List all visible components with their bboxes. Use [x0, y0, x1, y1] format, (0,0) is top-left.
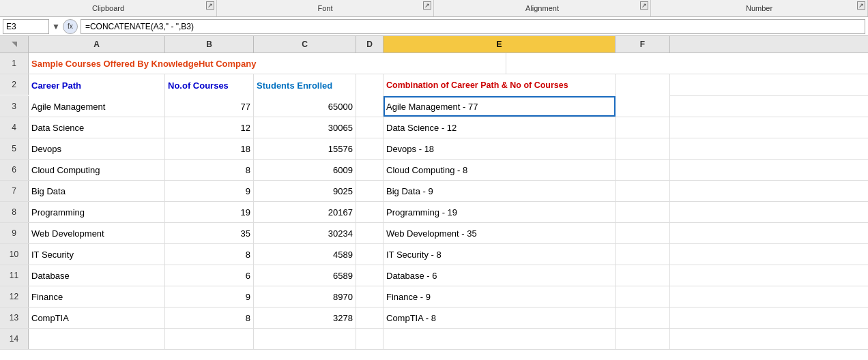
- cell-b4[interactable]: 12: [165, 117, 254, 138]
- cell-e2[interactable]: Combination of Career Path & No of Cours…: [384, 74, 616, 96]
- cell-b11[interactable]: 6: [165, 265, 254, 286]
- cell-c6[interactable]: 6009: [254, 160, 356, 180]
- cell-b13[interactable]: 8: [165, 308, 254, 328]
- cell-c7[interactable]: 9025: [254, 181, 356, 201]
- cell-reference-box[interactable]: E3: [3, 19, 49, 34]
- cell-b7[interactable]: 9: [165, 181, 254, 201]
- cell-f10[interactable]: [616, 244, 670, 265]
- cell-a1[interactable]: Sample Courses Offered By KnowledgeHut C…: [29, 53, 506, 74]
- cell-a7[interactable]: Big Data: [29, 181, 165, 201]
- cell-a2[interactable]: Career Path: [29, 74, 165, 96]
- ribbon-clipboard[interactable]: Clipboard ↗: [0, 0, 217, 16]
- col-header-c[interactable]: C: [254, 36, 356, 52]
- cell-d4[interactable]: [356, 117, 384, 138]
- cell-b2[interactable]: No.of Courses: [165, 74, 254, 96]
- cell-c13[interactable]: 3278: [254, 308, 356, 328]
- cell-f2[interactable]: [616, 74, 670, 96]
- cell-e14[interactable]: [384, 329, 616, 349]
- cell-d13[interactable]: [356, 308, 384, 328]
- cell-c3[interactable]: 65000: [254, 96, 356, 117]
- cell-e7[interactable]: Big Data - 9: [384, 181, 616, 201]
- cell-e9[interactable]: Web Development - 35: [384, 223, 616, 243]
- cell-c9[interactable]: 30234: [254, 223, 356, 243]
- table-row: 5 Devops 18 15576 Devops - 18: [0, 138, 868, 160]
- cell-c12[interactable]: 8970: [254, 286, 356, 307]
- cell-f7[interactable]: [616, 181, 670, 201]
- cell-a11[interactable]: Database: [29, 265, 165, 286]
- col-header-f[interactable]: F: [616, 36, 670, 52]
- cell-b9[interactable]: 35: [165, 223, 254, 243]
- corner-cell[interactable]: [0, 36, 29, 52]
- formula-input[interactable]: [81, 19, 865, 34]
- cell-d6[interactable]: [356, 160, 384, 180]
- ribbon-alignment[interactable]: Alignment ↗: [434, 0, 651, 16]
- cell-c8[interactable]: 20167: [254, 202, 356, 222]
- cell-d12[interactable]: [356, 286, 384, 307]
- cell-f11[interactable]: [616, 265, 670, 286]
- cell-d8[interactable]: [356, 202, 384, 222]
- cell-e6[interactable]: Cloud Computing - 8: [384, 160, 616, 180]
- cell-e12[interactable]: Finance - 9: [384, 286, 616, 307]
- col-header-b[interactable]: B: [165, 36, 254, 52]
- cell-a8[interactable]: Programming: [29, 202, 165, 222]
- cell-b8[interactable]: 19: [165, 202, 254, 222]
- cell-b3[interactable]: 77: [165, 96, 254, 117]
- cell-c4[interactable]: 30065: [254, 117, 356, 138]
- cell-f3[interactable]: [616, 96, 670, 117]
- col-header-d[interactable]: D: [356, 36, 384, 52]
- function-wizard-icon[interactable]: fx: [63, 19, 78, 34]
- cell-c2[interactable]: Students Enrolled: [254, 74, 356, 96]
- cell-f14[interactable]: [616, 329, 670, 349]
- cell-b6[interactable]: 8: [165, 160, 254, 180]
- cell-e5[interactable]: Devops - 18: [384, 138, 616, 159]
- cell-d11[interactable]: [356, 265, 384, 286]
- cell-e3[interactable]: Agile Management - 77: [384, 96, 616, 117]
- fx-label: fx: [68, 22, 73, 30]
- cell-e10[interactable]: IT Security - 8: [384, 244, 616, 265]
- cell-d10[interactable]: [356, 244, 384, 265]
- cell-e13[interactable]: CompTIA - 8: [384, 308, 616, 328]
- cell-e11[interactable]: Database - 6: [384, 265, 616, 286]
- cell-f12[interactable]: [616, 286, 670, 307]
- cell-a14[interactable]: [29, 329, 165, 349]
- cell-d14[interactable]: [356, 329, 384, 349]
- cell-c14[interactable]: [254, 329, 356, 349]
- cell-f5[interactable]: [616, 138, 670, 159]
- cell-a3[interactable]: Agile Management: [29, 96, 165, 117]
- cell-a5[interactable]: Devops: [29, 138, 165, 159]
- cell-e4[interactable]: Data Science - 12: [384, 117, 616, 138]
- cell-f13[interactable]: [616, 308, 670, 328]
- alignment-expand-icon[interactable]: ↗: [640, 1, 648, 10]
- cell-a13[interactable]: CompTIA: [29, 308, 165, 328]
- col-header-a[interactable]: A: [29, 36, 165, 52]
- cell-f8[interactable]: [616, 202, 670, 222]
- cell-a6[interactable]: Cloud Computing: [29, 160, 165, 180]
- cell-b5[interactable]: 18: [165, 138, 254, 159]
- ribbon-font[interactable]: Font ↗: [217, 0, 434, 16]
- cell-a9[interactable]: Web Development: [29, 223, 165, 243]
- cell-b10[interactable]: 8: [165, 244, 254, 265]
- font-expand-icon[interactable]: ↗: [423, 1, 431, 10]
- cell-c11[interactable]: 6589: [254, 265, 356, 286]
- cell-c10[interactable]: 4589: [254, 244, 356, 265]
- cell-a10[interactable]: IT Security: [29, 244, 165, 265]
- cell-d3[interactable]: [356, 96, 384, 117]
- cell-d2[interactable]: [356, 74, 384, 96]
- cell-e8[interactable]: Programming - 19: [384, 202, 616, 222]
- cell-f9[interactable]: [616, 223, 670, 243]
- cell-d9[interactable]: [356, 223, 384, 243]
- cell-a4[interactable]: Data Science: [29, 117, 165, 138]
- cell-b14[interactable]: [165, 329, 254, 349]
- dropdown-arrow-icon[interactable]: ▼: [52, 22, 60, 31]
- number-expand-icon[interactable]: ↗: [857, 1, 865, 10]
- cell-f6[interactable]: [616, 160, 670, 180]
- cell-c5[interactable]: 15576: [254, 138, 356, 159]
- cell-f4[interactable]: [616, 117, 670, 138]
- cell-a12[interactable]: Finance: [29, 286, 165, 307]
- clipboard-expand-icon[interactable]: ↗: [206, 1, 214, 10]
- ribbon-number[interactable]: Number ↗: [651, 0, 868, 16]
- col-header-e[interactable]: E: [384, 36, 616, 52]
- cell-d7[interactable]: [356, 181, 384, 201]
- cell-b12[interactable]: 9: [165, 286, 254, 307]
- cell-d5[interactable]: [356, 138, 384, 159]
